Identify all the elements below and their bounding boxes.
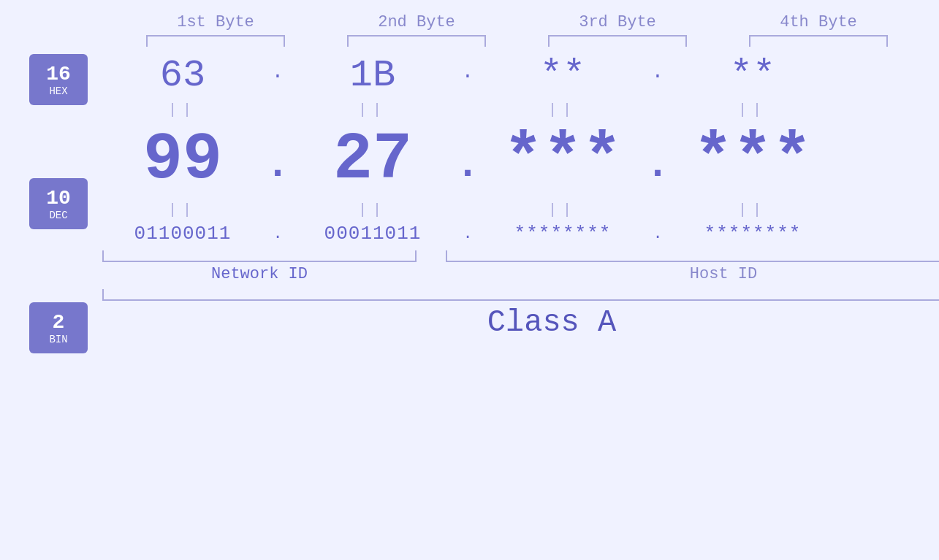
dec-dot2: . bbox=[453, 142, 482, 188]
bin-b2: 00011011 bbox=[292, 223, 453, 245]
sep-2-b2: || bbox=[292, 202, 453, 218]
bottom-bracket-row bbox=[102, 250, 939, 262]
hex-num: 16 bbox=[46, 63, 71, 85]
sep-1-b2: || bbox=[292, 101, 453, 118]
bin-row: 01100011 . 00011011 . ******** . *******… bbox=[102, 223, 939, 245]
dec-dot3: . bbox=[643, 142, 672, 188]
dec-badge: 10 DEC bbox=[29, 178, 88, 229]
byte4-header: 4th Byte bbox=[738, 13, 899, 31]
network-bracket bbox=[102, 250, 417, 262]
network-id-label: Network ID bbox=[102, 265, 417, 283]
id-labels-row: Network ID Host ID bbox=[102, 265, 939, 283]
hex-dot3: . bbox=[643, 61, 672, 83]
dec-row: 99 . 27 . *** . *** bbox=[102, 123, 939, 197]
class-row: Class A ipshu.com bbox=[102, 305, 939, 340]
dec-b1: 99 bbox=[102, 123, 263, 197]
byte-headers: 1st Byte 2nd Byte 3rd Byte 4th Byte bbox=[115, 13, 919, 31]
sep-1-b3: || bbox=[482, 101, 643, 118]
class-label: Class A bbox=[487, 305, 616, 340]
base-labels: 16 HEX 10 DEC 2 BIN bbox=[29, 54, 88, 353]
bracket-3 bbox=[548, 35, 687, 47]
dec-num: 10 bbox=[46, 187, 71, 210]
bin-dot2: . bbox=[453, 225, 482, 243]
hex-row: 63 . 1B . ** . ** bbox=[102, 54, 939, 97]
bin-name: BIN bbox=[49, 334, 67, 345]
dec-dot1: . bbox=[263, 142, 292, 188]
sep-1-b1: || bbox=[102, 101, 263, 118]
sep-row-2: || || || || bbox=[102, 202, 939, 218]
byte3-header: 3rd Byte bbox=[537, 13, 698, 31]
dec-b3: *** bbox=[482, 123, 643, 197]
bin-b3: ******** bbox=[482, 223, 643, 245]
bin-b1: 01100011 bbox=[102, 223, 263, 245]
sep-row-1: || || || || bbox=[102, 101, 939, 118]
hex-badge: 16 HEX bbox=[29, 54, 88, 105]
sep-2-b3: || bbox=[482, 202, 643, 218]
hex-b4: ** bbox=[672, 54, 833, 97]
bracket-2 bbox=[347, 35, 486, 47]
bin-b4: ******** bbox=[672, 223, 833, 245]
bin-badge: 2 BIN bbox=[29, 302, 88, 353]
dec-b4: *** bbox=[672, 123, 833, 197]
hex-dot1: . bbox=[263, 61, 292, 83]
sep-2-b1: || bbox=[102, 202, 263, 218]
dec-b2: 27 bbox=[292, 123, 453, 197]
host-id-label: Host ID bbox=[446, 265, 939, 283]
byte1-header: 1st Byte bbox=[135, 13, 296, 31]
main-container: 1st Byte 2nd Byte 3rd Byte 4th Byte 16 H… bbox=[0, 0, 939, 560]
bin-dot1: . bbox=[263, 225, 292, 243]
host-bracket bbox=[446, 250, 939, 262]
hex-dot2: . bbox=[453, 61, 482, 83]
class-bracket bbox=[102, 289, 939, 301]
byte2-header: 2nd Byte bbox=[336, 13, 497, 31]
hex-b3: ** bbox=[482, 54, 643, 97]
hex-name: HEX bbox=[49, 85, 67, 97]
bin-dot3: . bbox=[643, 225, 672, 243]
hex-b2: 1B bbox=[292, 54, 453, 97]
sep-2-b4: || bbox=[672, 202, 833, 218]
data-grid: 63 . 1B . ** . ** || || || || 99 bbox=[102, 54, 939, 340]
bracket-1 bbox=[146, 35, 285, 47]
dec-name: DEC bbox=[49, 210, 67, 221]
top-brackets bbox=[115, 35, 919, 47]
bin-num: 2 bbox=[53, 311, 65, 334]
hex-b1: 63 bbox=[102, 54, 263, 97]
bracket-4 bbox=[749, 35, 888, 47]
sep-1-b4: || bbox=[672, 101, 833, 118]
